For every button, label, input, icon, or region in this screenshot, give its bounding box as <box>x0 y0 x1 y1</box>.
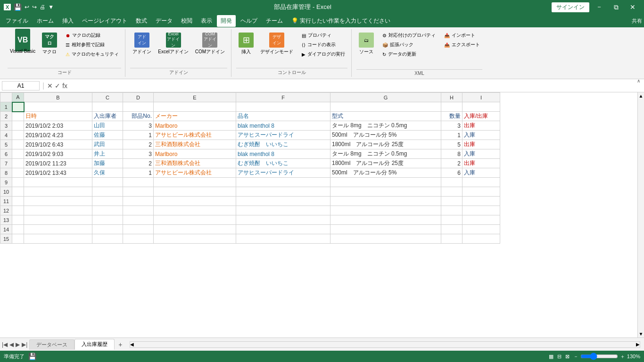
cell-E2[interactable]: メーカー <box>154 112 236 121</box>
cell-H13[interactable] <box>441 215 462 225</box>
scroll-up-button[interactable]: ▲ <box>638 92 644 99</box>
cell-G9[interactable] <box>330 178 441 187</box>
redo-icon[interactable]: ↪ <box>32 4 37 10</box>
cell-E1[interactable] <box>154 102 236 112</box>
cell-A3[interactable] <box>12 121 24 131</box>
cell-E13[interactable] <box>154 215 236 225</box>
col-header-f[interactable]: F <box>236 93 330 102</box>
cell-F11[interactable] <box>236 197 330 206</box>
signin-button[interactable]: サインイン <box>552 2 589 12</box>
cell-B5[interactable]: 2019/10/2 6:43 <box>24 140 92 149</box>
cell-D3[interactable]: 3 <box>123 121 154 131</box>
col-header-i[interactable]: I <box>462 93 500 102</box>
cell-I13[interactable] <box>462 215 500 225</box>
col-header-a[interactable]: A <box>12 93 24 102</box>
cell-H8[interactable]: 6 <box>441 168 462 178</box>
cell-I15[interactable] <box>462 234 500 244</box>
col-header-h[interactable]: H <box>441 93 462 102</box>
cell-F9[interactable] <box>236 178 330 187</box>
menu-home[interactable]: ホーム <box>33 15 58 27</box>
view-normal-button[interactable]: ▦ <box>549 354 553 360</box>
sheet-scroll[interactable]: A B C D E F G H I 12日時入出庫者部品No.メーカー品名型式数… <box>0 92 637 337</box>
vertical-scrollbar[interactable]: ▲ ▼ <box>637 92 644 337</box>
cell-A12[interactable] <box>12 206 24 215</box>
undo-icon[interactable]: ↩ <box>25 4 29 10</box>
cell-B7[interactable]: 2019/10/2 11:23 <box>24 159 92 168</box>
mapping-prop-button[interactable]: ⚙ 対応付けのプロパティ <box>380 31 438 40</box>
cell-A6[interactable] <box>12 149 24 159</box>
menu-file[interactable]: ファイル <box>2 15 32 27</box>
cell-H12[interactable] <box>441 206 462 215</box>
cell-H3[interactable]: 3 <box>441 121 462 131</box>
cell-H15[interactable] <box>441 234 462 244</box>
add-sheet-button[interactable]: + <box>115 339 126 350</box>
cell-C5[interactable]: 武田 <box>92 140 123 149</box>
addin-button[interactable]: アドイン アドイン <box>130 31 154 57</box>
cell-A10[interactable] <box>12 187 24 197</box>
cell-C1[interactable] <box>92 102 123 112</box>
cell-B3[interactable]: 2019/10/2 2:03 <box>24 121 92 131</box>
dialog-run-button[interactable]: ▶ ダイアログの実行 <box>299 50 347 58</box>
cell-D5[interactable]: 2 <box>123 140 154 149</box>
cell-H7[interactable]: 2 <box>441 159 462 168</box>
cell-G1[interactable] <box>330 102 441 112</box>
row-header-8[interactable]: 8 <box>0 168 12 178</box>
quick-print-icon[interactable]: 🖨 <box>40 4 45 10</box>
row-header-11[interactable]: 11 <box>0 197 12 206</box>
cell-I11[interactable] <box>462 197 500 206</box>
tab-last-button[interactable]: ▶| <box>22 341 27 348</box>
cell-C6[interactable]: 井上 <box>92 149 123 159</box>
visual-basic-button[interactable]: VB Visual Basic <box>8 31 38 55</box>
code-view-button[interactable]: ⟨⟩ コードの表示 <box>299 41 347 49</box>
cell-H9[interactable] <box>441 178 462 187</box>
cell-A15[interactable] <box>12 234 24 244</box>
cell-I4[interactable]: 入庫 <box>462 131 500 140</box>
cell-E8[interactable]: アサヒビール株式会社 <box>154 168 236 178</box>
cell-G6[interactable]: タール 8mg ニコチン 0.5mg <box>330 149 441 159</box>
sheet-tab-history[interactable]: 入出庫履歴 <box>74 339 115 350</box>
quick-save-icon[interactable]: 💾 <box>14 3 22 11</box>
cell-C8[interactable]: 久保 <box>92 168 123 178</box>
cell-B14[interactable] <box>24 225 92 234</box>
cell-D6[interactable]: 3 <box>123 149 154 159</box>
cell-H10[interactable] <box>441 187 462 197</box>
cell-C7[interactable]: 加藤 <box>92 159 123 168</box>
design-mode-button[interactable]: デザイン デザインモード <box>258 31 296 57</box>
menu-dev[interactable]: 開発 <box>217 15 236 27</box>
com-addin-button[interactable]: COMアドイン COMアドイン <box>193 31 227 57</box>
cell-E10[interactable] <box>154 187 236 197</box>
zoom-out-button[interactable]: － <box>573 353 578 360</box>
cell-B10[interactable] <box>24 187 92 197</box>
cell-C13[interactable] <box>92 215 123 225</box>
cell-D12[interactable] <box>123 206 154 215</box>
cell-F10[interactable] <box>236 187 330 197</box>
menu-data[interactable]: データ <box>152 15 176 27</box>
cell-G13[interactable] <box>330 215 441 225</box>
row-header-6[interactable]: 6 <box>0 149 12 159</box>
row-header-7[interactable]: 7 <box>0 159 12 168</box>
minimize-button[interactable]: － <box>591 2 607 12</box>
menu-search[interactable]: 💡 実行したい作業を入力してください <box>288 15 394 27</box>
menu-team[interactable]: チーム <box>262 15 287 27</box>
cell-C9[interactable] <box>92 178 123 187</box>
cell-D7[interactable]: 2 <box>123 159 154 168</box>
cell-I12[interactable] <box>462 206 500 215</box>
cell-F5[interactable]: むぎ焼酎 いいちこ <box>236 140 330 149</box>
formula-function-button[interactable]: fx <box>62 82 67 90</box>
row-header-3[interactable]: 3 <box>0 121 12 131</box>
cell-B15[interactable] <box>24 234 92 244</box>
cell-H4[interactable]: 1 <box>441 131 462 140</box>
cell-I9[interactable] <box>462 178 500 187</box>
row-header-12[interactable]: 12 <box>0 206 12 215</box>
row-header-14[interactable]: 14 <box>0 225 12 234</box>
close-button[interactable]: ✕ <box>625 2 640 12</box>
cell-I5[interactable]: 出庫 <box>462 140 500 149</box>
cell-E9[interactable] <box>154 178 236 187</box>
cell-F4[interactable]: アサヒスーパードライ <box>236 131 330 140</box>
cell-I8[interactable]: 入庫 <box>462 168 500 178</box>
formula-input[interactable] <box>69 82 644 90</box>
excel-addin-button[interactable]: Excelアドイン Excelアドイン <box>156 31 190 57</box>
share-button[interactable]: 共有 <box>632 17 642 25</box>
cell-B8[interactable]: 2019/10/2 13:43 <box>24 168 92 178</box>
cell-G11[interactable] <box>330 197 441 206</box>
